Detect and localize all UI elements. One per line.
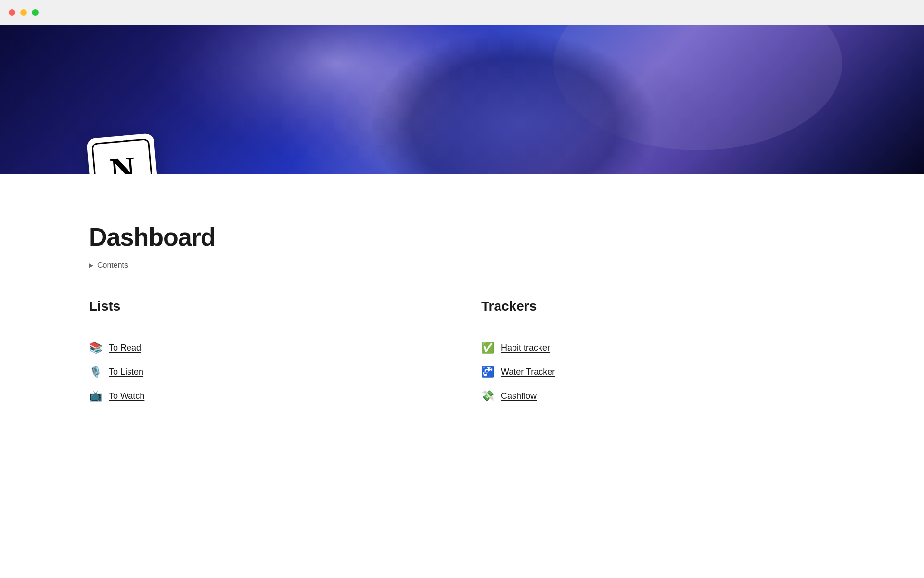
window-chrome [0, 0, 924, 25]
minimize-button[interactable] [20, 9, 27, 16]
habit-tracker-label: Habit tracker [501, 343, 550, 353]
hero-banner: N [0, 25, 924, 174]
to-listen-emoji: 🎙️ [89, 367, 102, 377]
trackers-section: Trackers ✅ Habit tracker 🚰 Water Tracker… [481, 299, 835, 408]
lists-heading: Lists [89, 299, 443, 314]
list-item-to-read[interactable]: 📚 To Read [89, 336, 443, 360]
cashflow-emoji: 💸 [481, 391, 494, 401]
maximize-button[interactable] [32, 9, 38, 16]
lists-section: Lists 📚 To Read 🎙️ To Listen 📺 To Watch [89, 299, 443, 408]
trackers-divider [481, 322, 835, 322]
to-read-emoji: 📚 [89, 342, 102, 353]
two-columns-layout: Lists 📚 To Read 🎙️ To Listen 📺 To Watch … [89, 299, 835, 408]
notion-logo: N [86, 133, 159, 174]
list-item-to-watch[interactable]: 📺 To Watch [89, 384, 443, 408]
lists-divider [89, 322, 443, 322]
habit-tracker-emoji: ✅ [481, 342, 494, 353]
svg-point-2 [553, 25, 842, 150]
to-read-label: To Read [109, 343, 141, 353]
page-title: Dashboard [89, 223, 835, 251]
close-button[interactable] [9, 9, 15, 16]
list-item-to-listen[interactable]: 🎙️ To Listen [89, 360, 443, 384]
list-item-habit-tracker[interactable]: ✅ Habit tracker [481, 336, 835, 360]
contents-label: Contents [97, 261, 128, 270]
main-content: Dashboard ▶ Contents Lists 📚 To Read 🎙️ … [0, 174, 924, 408]
notion-logo-container: N [89, 136, 156, 174]
to-watch-emoji: 📺 [89, 391, 102, 401]
trackers-heading: Trackers [481, 299, 835, 314]
list-item-cashflow[interactable]: 💸 Cashflow [481, 384, 835, 408]
to-listen-label: To Listen [109, 367, 143, 377]
svg-point-0 [154, 25, 520, 160]
water-tracker-label: Water Tracker [501, 367, 555, 377]
toggle-arrow-icon: ▶ [89, 262, 93, 269]
to-watch-label: To Watch [109, 391, 144, 401]
water-tracker-emoji: 🚰 [481, 367, 494, 377]
cashflow-label: Cashflow [501, 391, 537, 401]
notion-logo-inner: N [91, 138, 154, 174]
notion-letter: N [109, 151, 137, 174]
list-item-water-tracker[interactable]: 🚰 Water Tracker [481, 360, 835, 384]
contents-toggle[interactable]: ▶ Contents [89, 261, 835, 270]
